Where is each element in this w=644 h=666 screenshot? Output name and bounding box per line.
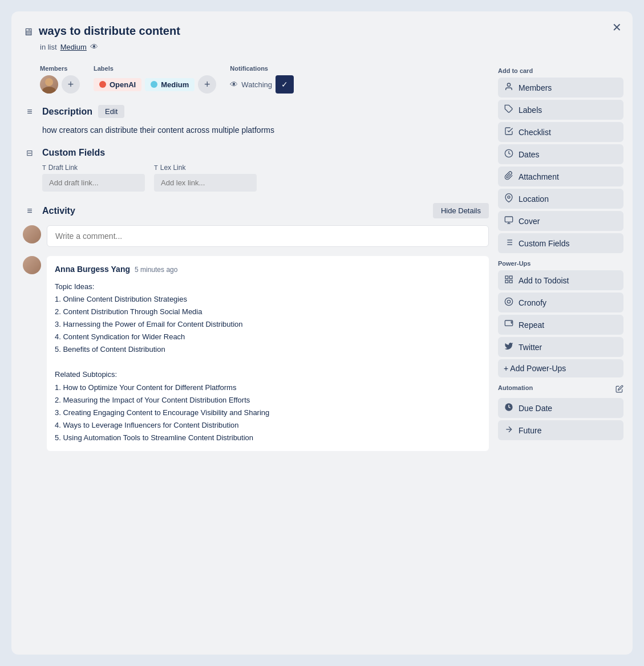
card-title-icon: 🖥: [23, 26, 33, 38]
field-label-row-lex: T Lex Link: [154, 164, 257, 172]
members-label: Members: [519, 83, 552, 92]
card-modal: ✕ 🖥 ways to distribute content in list M…: [11, 11, 633, 655]
members-btn[interactable]: Members: [498, 78, 623, 98]
custom-field-lex: T Lex Link: [154, 164, 257, 192]
members-section: Members +: [40, 65, 80, 94]
twitter-btn[interactable]: Twitter: [498, 337, 623, 357]
watch-toggle-button[interactable]: ✓: [276, 75, 294, 94]
svg-rect-16: [509, 276, 512, 279]
svg-point-1: [42, 87, 56, 94]
svg-point-5: [508, 196, 510, 198]
activity-item: Anna Burgess Yang 5 minutes ago Topic Id…: [23, 256, 489, 451]
in-list-label: in list: [40, 43, 57, 51]
edit-description-button[interactable]: Edit: [98, 105, 124, 118]
repeat-btn[interactable]: Repeat: [498, 315, 623, 335]
watching-row: 👁 Watching ✓: [230, 75, 294, 94]
cover-btn[interactable]: Cover: [498, 211, 623, 231]
hide-details-button[interactable]: Hide Details: [433, 203, 489, 218]
description-icon: ≡: [23, 107, 37, 117]
meta-row: Members + Labels: [40, 65, 489, 94]
custom-fields-sidebar-label: Custom Fields: [519, 239, 569, 248]
custom-fields-grid: T Draft Link T Lex Link: [42, 164, 489, 192]
checklist-icon: [504, 127, 514, 137]
custom-fields-icon: ⊟: [23, 148, 37, 157]
pencil-icon: [615, 385, 623, 395]
cover-icon: [504, 216, 514, 226]
labels-label: Labels: [94, 65, 216, 72]
activity-section: ≡ Activity Hide Details: [23, 203, 489, 451]
notifications-label: Notifications: [230, 65, 294, 72]
activity-avatar: [23, 256, 41, 274]
todoist-btn[interactable]: Add to Todoist: [498, 270, 623, 290]
svg-rect-15: [505, 276, 508, 279]
watching-label: Watching: [241, 80, 272, 89]
todoist-label: Add to Todoist: [519, 276, 569, 285]
close-button[interactable]: ✕: [607, 18, 626, 36]
attachment-btn[interactable]: Attachment: [498, 166, 623, 186]
cronofy-btn[interactable]: Cronofy: [498, 293, 623, 312]
description-header: ≡ Description Edit: [23, 105, 489, 118]
cronofy-label: Cronofy: [519, 298, 546, 307]
draft-link-input[interactable]: [42, 174, 145, 192]
custom-fields-sidebar-btn[interactable]: Custom Fields: [498, 233, 623, 253]
list-link[interactable]: Medium: [60, 43, 87, 51]
members-icon: [504, 82, 514, 93]
activity-text: Topic Ideas: 1. Online Content Distribut…: [55, 281, 481, 444]
dates-btn[interactable]: Dates: [498, 144, 623, 164]
custom-field-draft: T Draft Link: [42, 164, 145, 192]
labels-btn[interactable]: Labels: [498, 100, 623, 120]
activity-author: Anna Burgess Yang: [55, 263, 130, 275]
svg-rect-6: [505, 217, 512, 222]
future-auto-btn[interactable]: Future: [498, 420, 623, 440]
svg-point-20: [507, 300, 510, 303]
activity-header: ≡ Activity Hide Details: [23, 203, 489, 218]
twitter-icon: [504, 342, 514, 352]
power-ups-label: Power-Ups: [498, 260, 623, 267]
repeat-icon: [504, 319, 514, 330]
custom-fields-title: Custom Fields: [42, 148, 105, 158]
add-member-button[interactable]: +: [62, 75, 80, 94]
location-btn[interactable]: Location: [498, 189, 623, 209]
modal-body: Members + Labels: [23, 65, 623, 462]
attachment-label: Attachment: [519, 172, 559, 181]
activity-icon: ≡: [23, 206, 37, 216]
add-label-button[interactable]: +: [198, 75, 216, 94]
activity-meta: Anna Burgess Yang 5 minutes ago: [55, 263, 481, 275]
cover-label: Cover: [519, 217, 540, 226]
todoist-icon: [504, 275, 514, 286]
notifications-section: Notifications 👁 Watching ✓: [230, 65, 294, 94]
add-powerups-button[interactable]: + Add Power-Ups: [498, 359, 623, 377]
eye-watch-icon: 👁: [230, 80, 238, 89]
location-icon: [504, 193, 514, 204]
svg-rect-18: [509, 280, 512, 283]
label-dot-medium: [151, 81, 157, 88]
svg-rect-17: [505, 280, 508, 283]
label-chip-openai[interactable]: OpenAI: [94, 78, 141, 91]
activity-content: Anna Burgess Yang 5 minutes ago Topic Id…: [47, 256, 489, 451]
automation-row: Automation: [498, 384, 623, 395]
lex-link-input[interactable]: [154, 174, 257, 192]
twitter-label: Twitter: [519, 343, 542, 352]
comment-row: [23, 225, 489, 247]
labels-section: Labels OpenAI Medium +: [94, 65, 216, 94]
add-powerups-label: + Add Power-Ups: [504, 364, 566, 373]
avatar: [40, 75, 58, 94]
comment-input[interactable]: [47, 225, 489, 247]
automation-edit-button[interactable]: [615, 385, 623, 395]
field-label-lex: Lex Link: [160, 164, 186, 172]
activity-title: Activity: [42, 206, 75, 216]
label-chip-medium[interactable]: Medium: [145, 78, 195, 91]
custom-fields-sidebar-icon: [504, 238, 514, 249]
checklist-btn[interactable]: Checklist: [498, 122, 623, 142]
activity-title-group: ≡ Activity: [23, 206, 75, 216]
custom-fields-header: ⊟ Custom Fields: [23, 148, 489, 158]
comment-avatar: [23, 225, 41, 243]
due-date-auto-btn[interactable]: Due Date: [498, 398, 623, 418]
label-dot-openai: [99, 81, 106, 88]
description-title: Description: [42, 107, 92, 117]
avatar-image: [40, 75, 58, 94]
svg-point-2: [507, 83, 510, 86]
labels-label: Labels: [519, 105, 542, 115]
field-type-icon-lex: T: [154, 164, 158, 171]
future-auto-label: Future: [519, 426, 541, 435]
